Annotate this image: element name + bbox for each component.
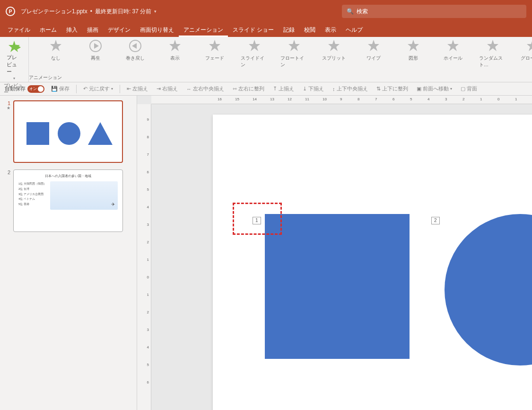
ruler-tick: 4 <box>147 205 149 209</box>
distribute-v-icon: ⇅ <box>376 86 381 92</box>
tab-transitions[interactable]: 画面切り替え <box>135 23 179 37</box>
animation-order-tag-2[interactable]: 2 <box>431 217 440 224</box>
effect-none[interactable]: なし <box>42 39 70 73</box>
ruler-tick: 1 <box>147 258 149 262</box>
ruler-tick: 8 <box>358 97 359 101</box>
effect-split[interactable]: スプリット <box>320 39 348 73</box>
toggle-switch[interactable]: オン <box>27 85 44 93</box>
tab-review[interactable]: 校閲 <box>299 23 320 37</box>
effect-random[interactable]: ランダムスト… <box>479 39 506 73</box>
slide-canvas[interactable]: 1 2 <box>213 115 532 410</box>
effect-fade[interactable]: フェード <box>201 39 228 73</box>
effect-floatin[interactable]: フロートイン <box>280 39 308 73</box>
distribute-h-button[interactable]: ⇿左右に整列 <box>231 84 266 93</box>
tab-animations[interactable]: アニメーション <box>179 23 228 37</box>
align-center-h-button[interactable]: ↔左右中央揃え <box>184 84 226 93</box>
ruler-tick: 0 <box>147 275 149 279</box>
tab-draw[interactable]: 描画 <box>82 23 103 37</box>
send-backward-button[interactable]: ▢背面 <box>459 84 479 93</box>
preview-label: プレビュー <box>7 54 22 75</box>
ruler-tick: 5 <box>147 187 149 192</box>
slide-editor[interactable]: 1615141312111098765432101 98765432101234… <box>137 96 532 410</box>
ruler-tick: 14 <box>253 97 257 101</box>
chevron-down-icon[interactable]: ▾ <box>154 9 157 14</box>
undo-button[interactable]: ↶元に戻す▾ <box>81 84 115 93</box>
effect-shape[interactable]: 図形 <box>400 39 427 73</box>
svg-marker-4 <box>94 43 99 49</box>
ruler-tick: 9 <box>340 97 342 101</box>
autosave-label: 自動保存 <box>5 85 26 92</box>
ruler-vertical: 9876543210123456 <box>137 104 151 410</box>
shape-rectangle[interactable] <box>265 214 410 359</box>
align-bottom-button[interactable]: ⤓下揃え <box>301 84 326 93</box>
align-middle-v-button[interactable]: ↕上下中央揃え <box>331 84 370 93</box>
tab-record[interactable]: 記録 <box>279 23 299 37</box>
distribute-v-button[interactable]: ⇅上下に整列 <box>375 84 410 93</box>
align-left-icon: ⇤ <box>127 86 131 92</box>
search-input[interactable]: 🔍 検索 <box>342 5 526 18</box>
animation-indicator-icon: ★ <box>4 106 10 110</box>
tab-home[interactable]: ホーム <box>35 23 61 37</box>
tab-help[interactable]: ヘルプ <box>341 23 367 37</box>
tab-insert[interactable]: 挿入 <box>61 23 82 37</box>
ruler-tick: 16 <box>218 97 222 101</box>
svg-marker-10 <box>288 40 300 51</box>
ribbon-group-preview: プレビュー ▾ プレビュー <box>0 37 29 82</box>
ribbon: プレビュー ▾ プレビュー なし 再生 巻き戻し 表示 フェード スライドイン … <box>0 37 532 82</box>
align-middle-v-icon: ↕ <box>332 86 335 92</box>
effect-slidein[interactable]: スライドイン <box>241 39 268 73</box>
tab-slideshow[interactable]: スライド ショー <box>228 23 279 37</box>
ruler-tick: 1 <box>480 97 482 101</box>
menu-bar: ファイル ホーム 挿入 描画 デザイン 画面切り替え アニメーション スライド … <box>0 23 532 37</box>
svg-marker-16 <box>527 40 532 51</box>
chevron-down-icon[interactable]: ▾ <box>111 87 113 91</box>
chevron-down-icon[interactable]: ▾ <box>450 87 452 91</box>
effect-appear[interactable]: 表示 <box>161 39 189 73</box>
align-top-button[interactable]: ⤒上揃え <box>271 84 296 93</box>
save-button[interactable]: 💾保存 <box>49 84 71 93</box>
align-right-button[interactable]: ⇥右揃え <box>155 84 180 93</box>
slide-number: 1 ★ <box>4 100 10 163</box>
effect-wheel[interactable]: ホイール <box>439 39 467 73</box>
svg-marker-11 <box>328 40 340 51</box>
slide-thumb-1[interactable]: 1 ★ <box>4 100 133 163</box>
tab-design[interactable]: デザイン <box>103 23 135 37</box>
title-text[interactable]: プレゼンテーション1.pptx • 最終更新日時: 37 分前 ▾ <box>21 8 157 16</box>
ruler-tick: 4 <box>147 345 149 349</box>
ribbon-group-label-animations: アニメーション <box>29 73 532 82</box>
ruler-tick: 4 <box>427 97 429 101</box>
thumb-square <box>26 122 49 145</box>
last-saved: 最終更新日時: 37 分前 <box>95 8 151 16</box>
align-bottom-icon: ⤓ <box>303 86 307 92</box>
thumb-circle <box>58 122 80 145</box>
ruler-tick: 6 <box>147 170 149 174</box>
shape-circle[interactable] <box>445 214 532 365</box>
ruler-tick: 2 <box>462 97 464 101</box>
slide-thumbnail[interactable] <box>13 100 123 163</box>
separator <box>76 85 77 93</box>
chevron-down-icon[interactable]: ▾ <box>13 76 15 80</box>
ruler-tick: 6 <box>147 380 149 384</box>
main-area: 1 ★ 2 日本への入国者の多い国・地域 1位 大韓民国（韓国） 2位 台湾 3… <box>0 96 532 410</box>
undo-icon: ↶ <box>83 86 87 92</box>
slide-panel[interactable]: 1 ★ 2 日本への入国者の多い国・地域 1位 大韓民国（韓国） 2位 台湾 3… <box>0 96 137 410</box>
effect-rewind[interactable]: 巻き戻し <box>122 39 149 73</box>
ruler-tick: 1 <box>515 97 517 101</box>
autosave-toggle[interactable]: 自動保存 オン <box>5 85 44 93</box>
bring-forward-button[interactable]: ▣前面へ移動▾ <box>415 84 454 93</box>
search-icon: 🔍 <box>347 8 354 15</box>
tab-view[interactable]: 表示 <box>320 23 341 37</box>
preview-button[interactable]: プレビュー ▾ <box>4 39 25 81</box>
send-backward-icon: ▢ <box>461 86 465 92</box>
effect-play[interactable]: 再生 <box>82 39 109 73</box>
effect-wipe[interactable]: ワイプ <box>360 39 387 73</box>
slide-thumbnail[interactable]: 日本への入国者の多い国・地域 1位 大韓民国（韓国） 2位 台湾 3位 アメリカ… <box>13 169 123 232</box>
filename: プレゼンテーション1.pptx <box>21 8 87 16</box>
ruler-tick: 5 <box>410 97 412 101</box>
tab-file[interactable]: ファイル <box>3 23 35 37</box>
slide-thumb-2[interactable]: 2 日本への入国者の多い国・地域 1位 大韓民国（韓国） 2位 台湾 3位 アメ… <box>4 169 133 232</box>
effect-grow[interactable]: グローとタ <box>519 39 532 73</box>
svg-marker-7 <box>169 40 181 51</box>
align-left-button[interactable]: ⇤左揃え <box>125 84 150 93</box>
align-right-icon: ⇥ <box>157 86 161 92</box>
